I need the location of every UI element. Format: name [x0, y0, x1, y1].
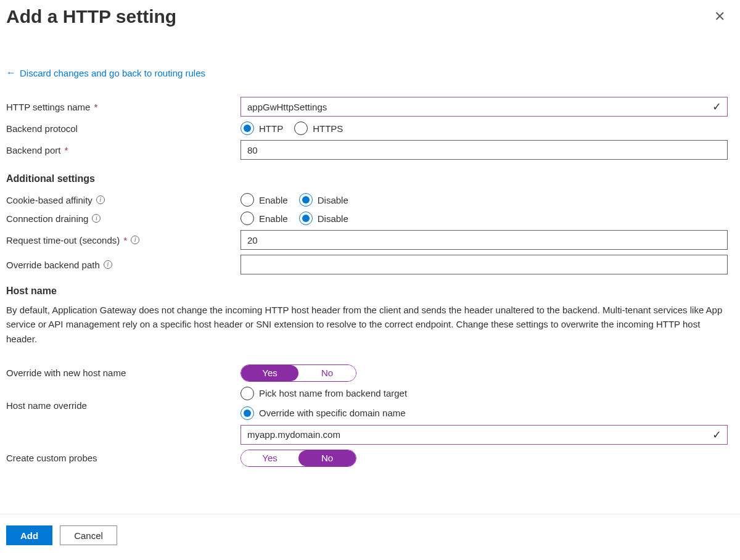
label-override-backend-path: Override backend path i: [6, 260, 240, 270]
info-icon[interactable]: i: [131, 236, 139, 244]
radio-icon: [240, 212, 254, 225]
label-backend-protocol: Backend protocol: [6, 123, 240, 134]
host-name-description: By default, Application Gateway does not…: [6, 303, 728, 346]
label-request-timeout: Request time-out (seconds)* i: [6, 235, 240, 245]
label-cookie-affinity: Cookie-based affinity i: [6, 195, 240, 205]
toggle-no[interactable]: No: [298, 450, 356, 466]
toggle-yes[interactable]: Yes: [241, 365, 298, 381]
section-host-name: Host name: [6, 286, 734, 297]
close-icon[interactable]: ✕: [705, 6, 734, 27]
label-host-name-override: Host name override: [6, 387, 240, 411]
add-button[interactable]: Add: [6, 525, 52, 545]
domain-name-input[interactable]: [240, 425, 728, 445]
radio-cookie-disable[interactable]: Disable: [299, 193, 348, 207]
info-icon[interactable]: i: [104, 260, 112, 269]
toggle-override-hostname[interactable]: Yes No: [240, 364, 356, 382]
radio-https-label: HTTPS: [313, 123, 343, 134]
toggle-no[interactable]: No: [298, 365, 356, 381]
back-link[interactable]: ← Discard changes and go back to routing…: [6, 67, 734, 78]
label-backend-port: Backend port*: [6, 145, 240, 155]
radio-http[interactable]: HTTP: [240, 121, 283, 135]
required-asterisk: *: [123, 235, 127, 245]
radio-http-label: HTTP: [259, 123, 283, 134]
radio-cookie-enable[interactable]: Enable: [240, 193, 288, 207]
radio-icon-selected: [299, 212, 313, 225]
backend-port-input[interactable]: [240, 140, 728, 160]
request-timeout-input[interactable]: [240, 230, 728, 250]
label-http-settings-name: HTTP settings name*: [6, 102, 240, 112]
label-connection-draining: Connection draining i: [6, 213, 240, 224]
http-settings-name-input[interactable]: [240, 97, 728, 117]
back-link-label: Discard changes and go back to routing r…: [20, 68, 205, 78]
radio-icon: [240, 193, 254, 207]
cancel-button[interactable]: Cancel: [60, 525, 117, 545]
radio-icon-selected: [299, 193, 313, 207]
radio-https[interactable]: HTTPS: [294, 121, 343, 135]
page-title: Add a HTTP setting: [6, 6, 176, 27]
radio-pick-host-name[interactable]: Pick host name from backend target: [240, 387, 407, 400]
toggle-custom-probes[interactable]: Yes No: [240, 450, 356, 467]
radio-drain-disable[interactable]: Disable: [299, 212, 348, 225]
radio-icon: [240, 387, 254, 400]
section-additional-settings: Additional settings: [6, 173, 734, 184]
info-icon[interactable]: i: [96, 196, 105, 204]
checkmark-icon: ✓: [712, 100, 722, 113]
radio-icon: [294, 121, 308, 135]
radio-icon-selected: [240, 121, 254, 135]
required-asterisk: *: [64, 145, 68, 155]
label-override-new-host-name: Override with new host name: [6, 368, 240, 378]
override-backend-path-input[interactable]: [240, 255, 728, 274]
info-icon[interactable]: i: [92, 214, 101, 223]
toggle-yes[interactable]: Yes: [241, 450, 298, 466]
radio-icon-selected: [240, 406, 254, 420]
arrow-left-icon: ←: [6, 67, 16, 78]
checkmark-icon: ✓: [712, 428, 722, 442]
required-asterisk: *: [94, 102, 97, 112]
label-create-custom-probes: Create custom probes: [6, 453, 240, 463]
radio-override-domain[interactable]: Override with specific domain name: [240, 406, 407, 420]
radio-drain-enable[interactable]: Enable: [240, 212, 288, 225]
